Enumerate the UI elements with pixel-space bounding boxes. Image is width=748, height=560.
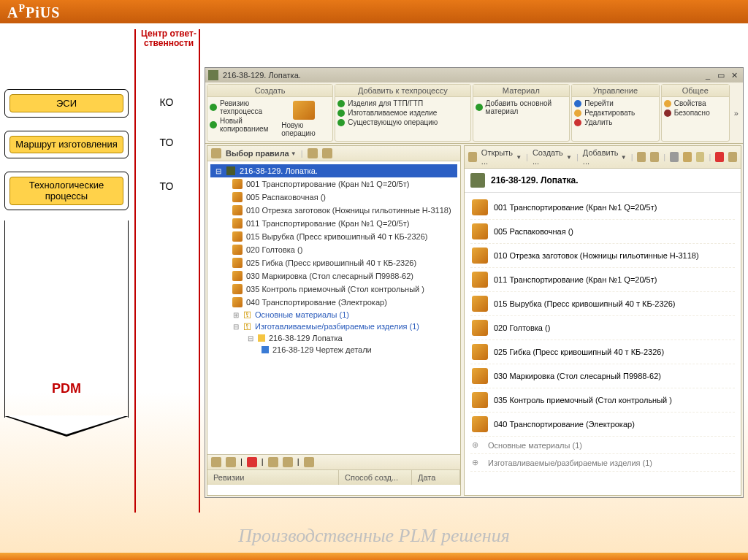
col-revisions: Ревизии	[207, 470, 339, 485]
operation-icon	[232, 231, 243, 242]
window-icon	[208, 70, 218, 80]
add-ttp-button[interactable]: Изделия для ТТП/ГТП	[337, 99, 438, 107]
create-revision-button[interactable]: Ревизию техпроцесса	[210, 99, 274, 115]
window-title: 216-38-129. Лопатка.	[223, 71, 301, 80]
diagram-box-route: Маршрут изготовления	[4, 131, 129, 158]
tree-operation[interactable]: 025 Гибка (Пресс кривошипный 40 т КБ-232…	[210, 256, 457, 269]
delete-icon[interactable]	[247, 457, 257, 467]
properties-button[interactable]: Свойства	[664, 99, 710, 107]
operation-row[interactable]: 020 Голтовка ()	[470, 316, 735, 340]
toolbar-icon[interactable]	[211, 457, 221, 467]
operation-row[interactable]: 030 Маркировка (Стол слесарный П9988-62)	[470, 364, 735, 388]
operation-row[interactable]: 040 Транспортирование (Электрокар)	[470, 413, 735, 437]
operation-row[interactable]: 010 Отрезка заготовок (Ножницы гильотинн…	[470, 244, 735, 268]
tree-bottom-toolbar: | | |	[207, 454, 460, 469]
ribbon-group-title: Управление	[572, 85, 659, 97]
tree-operation[interactable]: 011 Транспортирование (Кран №1 Q=20/5т)	[210, 217, 457, 230]
toolbar-icon[interactable]	[322, 148, 332, 158]
cut-icon[interactable]	[670, 152, 679, 162]
plus-icon	[210, 104, 217, 111]
detail-title: 216-38-129. Лопатка.	[491, 175, 579, 185]
add-dropdown[interactable]: Добавить ... ▼	[583, 148, 627, 166]
divider-line	[199, 29, 200, 513]
divider-line	[134, 29, 136, 513]
operation-row[interactable]: 005 Распаковочная ()	[470, 220, 735, 244]
add-material-button[interactable]: Добавить основной материал	[476, 99, 568, 115]
drawing-icon	[262, 346, 269, 353]
tree-operation[interactable]: 015 Вырубка (Пресс кривошипный 40 т КБ-2…	[210, 230, 457, 243]
tree-toolbar: Выбор правила ▼ |	[207, 146, 460, 161]
tree-root[interactable]: ⊟ 216-38-129. Лопатка.	[210, 164, 457, 177]
rule-selector[interactable]: Выбор правила ▼	[226, 149, 297, 158]
col-method[interactable]: Способ созд...	[339, 470, 412, 485]
tree-operation[interactable]: 040 Транспортирование (Электрокар)	[210, 296, 457, 309]
tree-icon[interactable]	[211, 148, 221, 158]
detail-panel: Открыть ... ▼ | Создать ... ▼ | Добавить…	[464, 145, 741, 496]
tree-operation[interactable]: 010 Отрезка заготовок (Ножницы гильотинн…	[210, 204, 457, 217]
sort-desc-icon[interactable]	[283, 457, 293, 467]
delete-icon[interactable]	[715, 152, 724, 162]
operation-row[interactable]: 015 Вырубка (Пресс кривошипный 40 т КБ-2…	[470, 292, 735, 316]
edit-button[interactable]: Редактировать	[574, 109, 635, 117]
window-restore-button[interactable]: ▭	[715, 71, 727, 80]
tree-sub-item[interactable]: ⊟216-38-129 Лопатка	[210, 332, 457, 344]
plus-icon	[337, 100, 345, 107]
operation-icon	[472, 272, 488, 288]
window-close-button[interactable]: ✕	[728, 71, 740, 80]
copy-icon[interactable]	[683, 152, 692, 162]
operation-icon	[232, 271, 243, 281]
operation-icon	[232, 205, 243, 215]
detail-toolbar: Открыть ... ▼ | Создать ... ▼ | Добавить…	[465, 146, 741, 169]
diagram-box-label: Технологические процессы	[9, 177, 123, 205]
add-existing-op-button[interactable]: Существующую операцию	[337, 118, 438, 126]
tree-materials-link[interactable]: ⊞⚿Основные материалы (1)	[210, 309, 457, 321]
tree-operation[interactable]: 035 Контроль приемочный (Стол контрольны…	[210, 283, 457, 296]
toolbar-icon[interactable]	[304, 457, 314, 467]
add-product-button[interactable]: Изготавливаемое изделие	[337, 109, 438, 117]
tree-view[interactable]: ⊟ 216-38-129. Лопатка. 001 Транспортиров…	[207, 161, 460, 454]
tree-operation[interactable]: 001 Транспортирование (Кран №1 Q=20/5т)	[210, 177, 457, 191]
operation-row[interactable]: 011 Транспортирование (Кран №1 Q=20/5т)	[470, 268, 735, 292]
tree-operation[interactable]: 030 Маркировка (Стол слесарный П9988-62)	[210, 269, 457, 283]
security-button[interactable]: Безопасно	[664, 109, 710, 117]
toolbar-icon[interactable]	[468, 152, 477, 162]
refresh-icon[interactable]	[728, 152, 737, 162]
save-icon[interactable]	[637, 152, 646, 162]
operations-list[interactable]: 001 Транспортирование (Кран №1 Q=20/5т) …	[465, 193, 741, 495]
plus-icon	[337, 110, 345, 117]
delete-button[interactable]: Удалить	[574, 118, 635, 126]
sort-asc-icon[interactable]	[268, 457, 278, 467]
products-link[interactable]: ⊕Изготавливаемые/разбираемые изделия (1)	[470, 454, 735, 472]
operation-icon	[232, 192, 243, 202]
operation-row[interactable]: 035 Контроль приемочный (Стол контрольны…	[470, 388, 735, 413]
tree-operation[interactable]: 005 Распаковочная ()	[210, 191, 457, 204]
top-brand-bar: APPiUS	[0, 0, 748, 23]
diagram-box-label: Маршрут изготовления	[9, 136, 123, 153]
tree-operation[interactable]: 020 Голтовка ()	[210, 243, 457, 256]
materials-link[interactable]: ⊕Основные материалы (1)	[470, 437, 735, 454]
toolbar-icon[interactable]	[308, 148, 318, 158]
goto-button[interactable]: Перейти	[574, 99, 635, 107]
create-dropdown[interactable]: Создать ... ▼	[533, 148, 572, 166]
window-minimize-button[interactable]: _	[702, 71, 714, 80]
pencil-icon	[574, 110, 581, 117]
create-copy-button[interactable]: Новый копированием	[210, 117, 274, 133]
window-titlebar[interactable]: 216-38-129. Лопатка. _ ▭ ✕	[205, 68, 743, 83]
operation-row[interactable]: 001 Транспортирование (Кран №1 Q=20/5т)	[470, 196, 735, 220]
operation-row[interactable]: 025 Гибка (Пресс кривошипный 40 т КБ-232…	[470, 340, 735, 364]
detail-header: 216-38-129. Лопатка.	[465, 169, 741, 193]
tree-sub-item[interactable]: 216-38-129 Чертеж детали	[210, 344, 457, 356]
ribbon-group-title: Материал	[473, 85, 570, 97]
footer-strip	[0, 553, 748, 560]
col-date[interactable]: Дата	[412, 470, 460, 485]
tree-panel: Выбор правила ▼ | ⊟ 216-38-129. Лопатка.…	[207, 145, 461, 496]
tree-products-link[interactable]: ⊟⚿Изготавливаемые/разбираемые изделия (1…	[210, 321, 457, 332]
open-dropdown[interactable]: Открыть ... ▼	[481, 148, 522, 166]
footer-slogan: Производственные PLM решения	[0, 525, 748, 547]
toolbar-icon[interactable]	[226, 457, 236, 467]
ribbon-more[interactable]: »	[731, 84, 741, 142]
paste-icon[interactable]	[696, 152, 705, 162]
operation-icon	[232, 284, 243, 294]
toolbar-icon[interactable]	[650, 152, 659, 162]
new-operation-button[interactable]: Новую операцию	[277, 99, 330, 139]
